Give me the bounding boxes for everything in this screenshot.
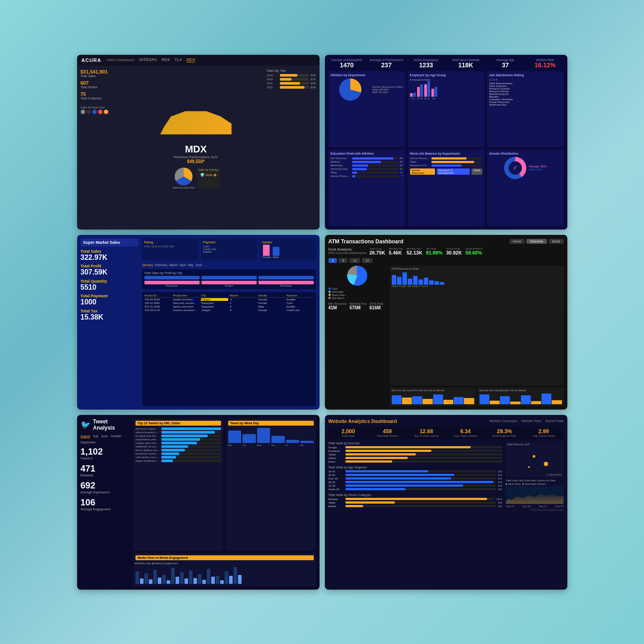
tweet-tabs[interactable]: August July June October September (81, 435, 130, 444)
tab-june[interactable]: June (101, 435, 108, 438)
attrition-legend: Human Resources 5.06% Sales 38.82% R&D 5… (372, 86, 402, 94)
dev-desktop: Desktop 1214 (328, 498, 502, 500)
table-header: Invoice ID Product line City Branch Gend… (144, 294, 314, 298)
month-filter[interactable]: 3 8 11 12 (328, 258, 564, 263)
total-orders-value: 607 (81, 80, 125, 86)
retweets-val: 471 (81, 464, 130, 474)
table-row: 631-41-3108 Sports and travel Naypyitaw … (144, 305, 314, 308)
legend-cra: CRA (328, 287, 386, 290)
year-bar-fill-2019 (280, 74, 297, 77)
edu-bar-technical: Technical Degree 32 (331, 168, 403, 170)
payment-types: CashCredit cardEwallet (203, 245, 255, 253)
atm-dashboard: ATM Transactions Dashboard Home Overview… (325, 235, 567, 410)
hr-kpi-performance: Average of Performance 237 (368, 58, 405, 69)
src-direct: Direct (328, 460, 502, 463)
atm-nav-detail[interactable]: Detail (549, 239, 564, 244)
web-right-panel: Total Visits by LGA © Ggboundaries Total… (506, 442, 564, 586)
tab-september[interactable]: September (81, 441, 96, 444)
year-bar-2019: 2019 $5M (267, 74, 316, 77)
month-12[interactable]: 12 (362, 258, 373, 263)
acura-nav-label: Sales Dashboard (107, 58, 134, 62)
supermarket-table: Invoice ID Product line City Branch Gend… (142, 292, 316, 406)
edu-bar-medical: Medical 63 (331, 160, 403, 163)
hr-filter[interactable]: Human Resources (410, 168, 435, 175)
payment-chart: Payment CashCredit cardEwallet (201, 238, 257, 261)
url-bar-5: congue eget omis... (135, 442, 221, 444)
total-payment-label: Total Payment (81, 294, 139, 298)
col-product: Product line (173, 294, 200, 297)
tab-april[interactable]: April (180, 263, 186, 267)
worklife-title: Work-Life Balance by Department (410, 152, 482, 155)
url-bar-8: fermentum donec s... (135, 452, 221, 455)
month-3[interactable]: 3 (328, 258, 337, 263)
sources-section: Total Visits by Sources Google Facebook … (328, 442, 502, 463)
wl-rd: Research & Devel... (410, 164, 482, 167)
total-sales-stat: $31,541,901 Total Sales (81, 69, 125, 78)
device-section: Total Visits by Device Category Desktop … (328, 493, 502, 508)
satisfaction-scale: 1 2 3 4 (489, 78, 562, 81)
year-bar-2020: 2020 $7M (267, 78, 316, 81)
acura-dashboard: ACURA Sales Dashboard INTEGRA RDX TLX MD… (77, 55, 320, 230)
age-over50: Over 50 337 (328, 477, 502, 480)
kpi-hours-val: 118K (447, 62, 484, 69)
nav-integra[interactable]: INTEGRA (139, 57, 157, 62)
tab-october[interactable]: October (111, 435, 122, 438)
tab-may[interactable]: May (188, 263, 193, 267)
weekly-labels: MonTueWed ThuFriSat (228, 444, 314, 447)
engagement-label: Average Engagement (81, 508, 130, 511)
engagement-val: 106 (81, 497, 130, 508)
tab-june[interactable]: June (195, 263, 202, 267)
tab-february[interactable]: February (155, 263, 167, 267)
month-tabs[interactable]: January February March April May June (142, 263, 316, 267)
atm-body: CRA ATM AMC Spare Rep... Site Maint... (328, 266, 564, 406)
rd-filter[interactable]: Research & Development (437, 168, 470, 175)
month-11[interactable]: 11 (349, 258, 360, 263)
impressions-val: 692 (81, 480, 130, 491)
src-others: Others (328, 457, 502, 459)
year-bar-fill-2020 (280, 78, 291, 81)
sales-filter[interactable]: Sales (472, 168, 482, 175)
state-chart: ATM Revenue by State Assa (390, 266, 564, 386)
acura-stats: $31,541,901 Total Sales 607 Total Orders… (81, 69, 125, 226)
year-val-2021: $5M (311, 82, 316, 85)
map-source: © Ggboundaries (546, 473, 562, 476)
tab-july[interactable]: July (93, 435, 98, 438)
nav-tlx[interactable]: TLX (175, 57, 182, 62)
atm-nav[interactable]: Home Overview Detail (509, 239, 564, 244)
age-under20: Under 20 194 (328, 488, 502, 491)
src-facebook: Facebook (328, 450, 502, 452)
tweet-right-panel: Top 10 Tweets by URL Clicks elementum li… (133, 418, 316, 586)
map-dot-2 (544, 462, 548, 466)
month-8[interactable]: 8 (339, 258, 348, 263)
dept-filter[interactable]: Human Resources Research & Development S… (410, 168, 482, 175)
col-gender: Gender (258, 294, 285, 297)
atm-legend-1: CRA ATM AMC Spare Rep... Site Maint... (328, 287, 386, 299)
hr-kpi-employees: Number of Employees 1470 (328, 58, 365, 69)
nav-mdx[interactable]: MDX (186, 57, 195, 62)
gender-section: Gender Distribution ⚥ Female 40% Male 60… (487, 150, 564, 226)
atm-nav-home[interactable]: Home (509, 239, 525, 244)
top-urls-title: Top 10 Tweets by URL Clicks (135, 421, 221, 426)
media-section: Media View vs Media Engagement ■ Media V… (133, 553, 316, 586)
web-header-kpis: Website Conversion Website Visits Bounce… (489, 419, 564, 422)
acura-nav[interactable]: INTEGRA RDX TLX MDX (139, 57, 196, 62)
hr-kpi-active: Active Employees 1233 (408, 58, 445, 69)
edu-bar-hr: Human Resources 7 (331, 175, 403, 177)
education-title: Education Field with Attrition (331, 152, 403, 155)
tab-march[interactable]: March (169, 263, 177, 267)
email-capture-label: Email Capture Ratio (486, 435, 523, 437)
gender-title: Gender Distribution (489, 152, 562, 155)
monthly-bars (480, 393, 562, 404)
tab-august[interactable]: August (81, 435, 90, 438)
worklife-section: Work-Life Balance by Department Human Re… (408, 150, 484, 226)
tab-january[interactable]: January (142, 263, 153, 267)
atm-nav-overview[interactable]: Overview (526, 239, 546, 244)
nav-rdx[interactable]: RDX (162, 57, 170, 62)
url-bar-2: ultrices posuere cub... (135, 431, 221, 434)
acura-body: $31,541,901 Total Sales 607 Total Orders… (77, 66, 320, 230)
hr-sections-2: Education Field with Attrition Life Scie… (328, 150, 564, 226)
kpi-monthly-tax: Monthly Tax 5.46K (389, 247, 403, 255)
hr-kpi-hours: Total Hours Worked 118K (447, 58, 484, 69)
total-visits-label: Total Visits (330, 435, 367, 437)
state-bars (392, 271, 562, 285)
